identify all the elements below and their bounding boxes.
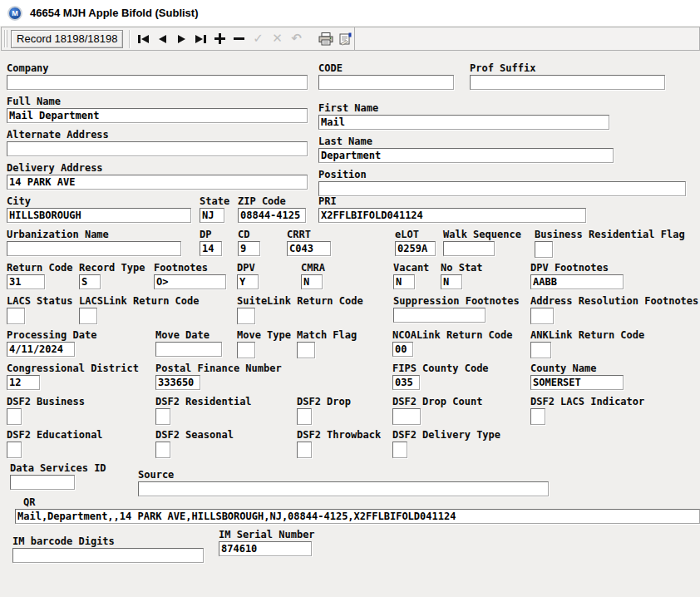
no-stat-input[interactable]: [441, 274, 462, 289]
urbanization-name-input[interactable]: [7, 241, 181, 256]
dsf2-delivery-type-input[interactable]: [392, 442, 407, 458]
full-name-input[interactable]: [7, 108, 308, 123]
crrt-input[interactable]: [287, 241, 331, 256]
field-cd: CD: [238, 229, 260, 256]
match-flag-input[interactable]: [297, 342, 315, 358]
cancel-edit-icon: ✕: [272, 32, 283, 45]
ncoalink-return-code-input[interactable]: [392, 342, 413, 357]
source-input[interactable]: [138, 481, 549, 496]
processing-date-input[interactable]: [7, 342, 75, 357]
position-input[interactable]: [318, 181, 686, 196]
field-company: Company: [7, 63, 308, 90]
company-label: Company: [7, 63, 308, 74]
vacant-input[interactable]: [393, 274, 415, 289]
lacslink-return-code-label: LACSLink Return Code: [79, 296, 200, 307]
field-code: CODE: [318, 63, 454, 90]
walk-sequence-label: Walk Sequence: [443, 229, 521, 240]
field-lacslink-return-code: LACSLink Return Code: [79, 296, 200, 324]
delivery-address-input[interactable]: [7, 175, 308, 190]
cmra-input[interactable]: [301, 274, 323, 289]
state-input[interactable]: [200, 208, 224, 223]
field-source: Source: [138, 470, 549, 496]
im-barcode-digits-input[interactable]: [12, 548, 204, 563]
lacs-status-input[interactable]: [7, 308, 25, 324]
dsf2-drop-input[interactable]: [297, 408, 312, 425]
move-type-input[interactable]: [237, 342, 255, 358]
suitelink-return-code-label: SuiteLink Return Code: [237, 296, 363, 307]
next-record-button[interactable]: [172, 29, 191, 48]
properties-button[interactable]: [335, 29, 354, 48]
field-dsf2-business: DSF2 Business: [7, 397, 85, 425]
prof-suffix-input[interactable]: [470, 75, 665, 90]
im-serial-number-input[interactable]: [219, 541, 312, 556]
postal-finance-number-input[interactable]: [155, 375, 200, 390]
code-label: CODE: [318, 63, 454, 74]
walk-sequence-input[interactable]: [443, 241, 495, 256]
alternate-address-input[interactable]: [7, 141, 308, 156]
return-code-input[interactable]: [7, 274, 45, 289]
dsf2-drop-count-input[interactable]: [392, 408, 421, 425]
suitelink-return-code-input[interactable]: [237, 308, 255, 324]
business-residential-flag-input[interactable]: [535, 241, 553, 258]
dsf2-educational-input[interactable]: [7, 442, 22, 458]
field-lacs-status: LACS Status: [7, 296, 72, 324]
zip-code-label: ZIP Code: [238, 196, 306, 207]
field-cmra: CMRA: [301, 263, 325, 289]
dsf2-seasonal-input[interactable]: [155, 442, 170, 458]
toolbar-separator: [129, 30, 130, 48]
city-input[interactable]: [7, 208, 191, 223]
dp-input[interactable]: [200, 241, 222, 256]
record-type-input[interactable]: [79, 274, 101, 289]
cd-input[interactable]: [238, 241, 260, 256]
congressional-district-input[interactable]: [7, 375, 40, 390]
data-services-id-label: Data Services ID: [10, 463, 106, 474]
delete-record-button[interactable]: [229, 29, 249, 48]
county-name-input[interactable]: [530, 375, 624, 390]
field-urbanization-name: Urbanization Name: [7, 229, 181, 256]
field-pri: PRI: [318, 196, 586, 223]
field-zip-code: ZIP Code: [238, 196, 306, 223]
dsf2-throwback-input[interactable]: [297, 442, 312, 458]
footnotes-input[interactable]: [154, 274, 226, 289]
address-resolution-footnotes-input[interactable]: [530, 308, 554, 324]
last-record-button[interactable]: [191, 29, 210, 48]
pri-input[interactable]: [318, 208, 586, 223]
dpv-footnotes-input[interactable]: [530, 274, 624, 289]
company-input[interactable]: [7, 75, 308, 90]
field-dsf2-drop-count: DSF2 Drop Count: [392, 397, 482, 425]
dpv-input[interactable]: [237, 274, 259, 289]
move-date-input[interactable]: [155, 342, 222, 357]
code-input[interactable]: [318, 75, 454, 90]
dsf2-residential-input[interactable]: [155, 408, 170, 425]
lacs-status-label: LACS Status: [7, 296, 72, 307]
print-button[interactable]: [316, 29, 335, 48]
app-icon[interactable]: M: [7, 6, 22, 21]
lacslink-return-code-input[interactable]: [79, 308, 97, 324]
last-name-input[interactable]: [318, 148, 614, 163]
qr-label: QR: [23, 497, 700, 508]
anklink-return-code-input[interactable]: [530, 342, 551, 358]
post-edit-button[interactable]: ✓: [249, 29, 268, 48]
prior-record-button[interactable]: [153, 29, 172, 48]
cancel-edit-button[interactable]: ✕: [268, 29, 287, 48]
first-record-button[interactable]: [134, 29, 153, 48]
first-record-icon: [138, 35, 149, 43]
refresh-button[interactable]: ↶: [287, 29, 306, 48]
db-navigator: ✓ ✕ ↶: [134, 29, 354, 48]
data-services-id-input[interactable]: [10, 475, 75, 490]
suppression-footnotes-input[interactable]: [393, 308, 486, 323]
dsf2-business-input[interactable]: [7, 408, 22, 425]
next-record-icon: [178, 35, 185, 43]
record-counter-button[interactable]: Record 18198/18198: [11, 30, 123, 48]
dsf2-lacs-indicator-input[interactable]: [530, 408, 545, 425]
insert-record-button[interactable]: [210, 29, 229, 48]
field-no-stat: No Stat: [441, 263, 483, 289]
fips-county-code-input[interactable]: [392, 375, 420, 390]
zip-code-input[interactable]: [238, 208, 306, 223]
elot-input[interactable]: [395, 241, 436, 256]
toolbar-grip-handle[interactable]: [4, 30, 7, 47]
qr-input[interactable]: [15, 509, 700, 524]
post-edit-icon: ✓: [253, 32, 264, 45]
field-im-serial-number: IM Serial Number: [219, 530, 315, 556]
first-name-input[interactable]: [318, 115, 609, 130]
